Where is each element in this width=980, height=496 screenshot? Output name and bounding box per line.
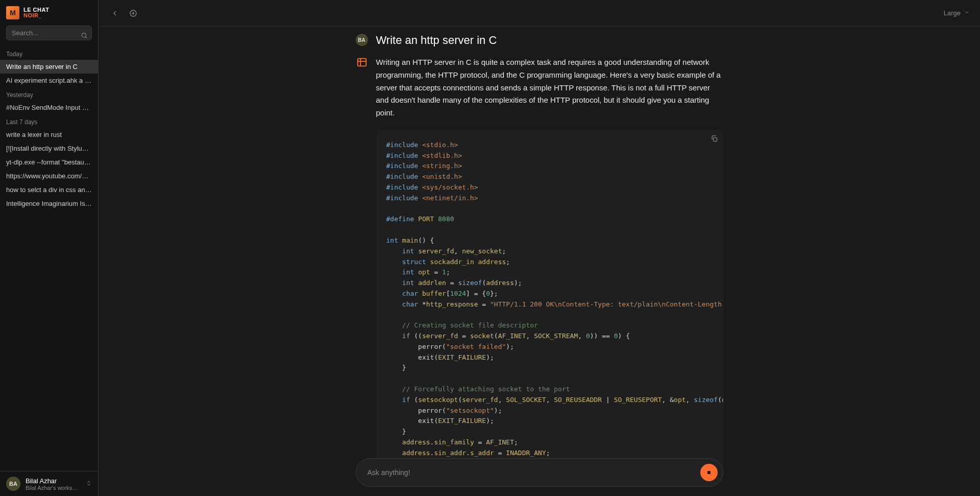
section-label: Today [0,46,98,60]
chat-item[interactable]: Write an http server in C [0,60,98,74]
main: Large BA Write an http server in C [99,0,980,496]
chevron-down-icon [964,9,970,17]
sidebar: M LE CHAT NOIR_ Today Write an http serv… [0,0,99,496]
chat-item[interactable]: AI experiment script.ahk a w... [0,74,98,87]
model-selector[interactable]: Large [944,9,970,17]
svg-rect-8 [713,137,717,141]
user-footer[interactable]: BA Bilal Azhar Bilal Azhar's workspace [0,471,98,496]
bot-avatar [356,56,368,68]
section-label: Last 7 days [0,114,98,128]
brand-bot: NOIR_ [23,13,49,18]
svg-rect-9 [707,471,710,474]
brand-logo[interactable]: M LE CHAT NOIR_ [0,6,98,26]
back-button[interactable] [109,7,121,19]
code-content: #include <stdio.h> #include <stdlib.h> #… [376,130,723,480]
assistant-message: Writing an HTTP server in C is quite a c… [356,56,723,489]
user-avatar: BA [356,34,368,46]
user-name: Bilal Azhar [26,477,81,485]
chat-list: Today Write an http server in C AI exper… [0,46,98,471]
prompt-bar [356,458,723,487]
copy-button[interactable] [710,135,718,144]
brand-glyph: M [6,6,19,19]
assistant-paragraph: Writing an HTTP server in C is quite a c… [376,56,723,120]
user-workspace: Bilal Azhar's workspace [26,485,81,491]
chat-item[interactable]: https://www.youtube.com/pl... [0,169,98,183]
expand-icon [86,480,92,488]
avatar: BA [6,477,20,491]
chat-item[interactable]: #NoEnv SendMode Input Set... [0,101,98,114]
brand-text: LE CHAT NOIR_ [23,7,49,18]
user-prompt-text: Write an http server in C [376,34,723,47]
user-message: BA Write an http server in C [356,34,723,49]
chat-item[interactable]: how to selct a div in css and i... [0,183,98,197]
topbar: Large [99,0,980,27]
chat-item[interactable]: Intelligence Imaginarium Is t... [0,197,98,210]
model-label: Large [944,9,961,17]
search-input[interactable] [6,26,92,40]
chat-item[interactable]: yt-dlp.exe --format "bestaudi... [0,155,98,169]
svg-rect-5 [357,59,366,66]
prompt-input[interactable] [366,468,700,477]
chat-item[interactable]: [![Install directly with Stylus](... [0,141,98,155]
chat-item[interactable]: write a lexer in rust [0,128,98,141]
content-scroll[interactable]: BA Write an http server in C [99,27,980,496]
section-label: Yesterday [0,87,98,101]
send-button[interactable] [700,464,718,481]
new-chat-button[interactable] [127,7,139,19]
code-block: #include <stdio.h> #include <stdlib.h> #… [376,130,723,480]
